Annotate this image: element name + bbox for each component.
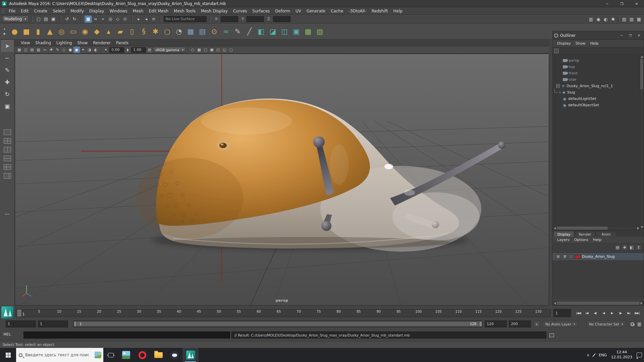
poly-helix-icon[interactable]: §: [138, 25, 150, 38]
display-layer-row[interactable]: V P Dusky_Arion_Slug: [553, 253, 644, 260]
three-pane-right-layout-button[interactable]: [4, 173, 11, 179]
poly-pipe-icon[interactable]: ▯: [126, 25, 138, 38]
rotate-tool-icon[interactable]: ↻: [1, 88, 13, 100]
nurbs-sphere-icon[interactable]: ⊙: [208, 25, 220, 38]
menu-item[interactable]: Surfaces: [250, 7, 272, 15]
poly-disc-icon[interactable]: ◉: [79, 25, 91, 38]
minimize-button[interactable]: ─: [600, 0, 614, 7]
poly-plane-icon[interactable]: ▭: [67, 25, 79, 38]
taskbar-app-maya[interactable]: [182, 348, 199, 362]
image-plane-icon[interactable]: ▭: [42, 47, 48, 53]
outliner-row-side[interactable]: side: [553, 76, 640, 83]
live-surface-field[interactable]: No Live Surface: [164, 16, 207, 22]
select-camera-icon[interactable]: ▦: [16, 47, 22, 53]
menu-item[interactable]: Curves: [230, 7, 250, 15]
move-tool-icon[interactable]: ✚: [1, 76, 13, 88]
snap-to-projected-center-icon[interactable]: ◎: [107, 15, 114, 23]
shaded-icon[interactable]: ●: [67, 47, 73, 53]
viewport-3d[interactable]: persp: [15, 54, 549, 306]
undo-icon[interactable]: ↺: [63, 15, 71, 23]
colorspace-selector[interactable]: sRGB gamma ▾: [153, 47, 186, 53]
attribute-editor-toggle-icon[interactable]: ▤: [621, 15, 628, 23]
panel-menu-item[interactable]: Lighting: [54, 40, 74, 46]
output-connections-icon[interactable]: ◂: [143, 15, 150, 23]
playback-start-field[interactable]: 1: [38, 320, 68, 327]
menu-item[interactable]: -3DtoAll-: [346, 7, 369, 15]
poly-sphere-icon[interactable]: ●: [9, 25, 20, 38]
poly-cylinder-icon[interactable]: ▮: [32, 25, 44, 38]
auto-keyframe-icon[interactable]: [629, 321, 635, 327]
play-backwards-button[interactable]: ◀: [599, 309, 608, 317]
scroll-up-icon[interactable]: [641, 56, 643, 58]
snap-to-grids-icon[interactable]: ▦: [85, 15, 92, 23]
y-coordinate-input[interactable]: [247, 16, 264, 22]
taskbar-search-box[interactable]: [16, 348, 103, 362]
step-back-key-button[interactable]: |◀: [583, 309, 591, 317]
single-pane-layout-button[interactable]: [4, 129, 11, 135]
construction-history-icon[interactable]: ≡: [150, 15, 157, 23]
layer-horizontal-scrollbar[interactable]: [553, 301, 644, 305]
safe-action-icon[interactable]: ◰: [215, 47, 221, 53]
search-input[interactable]: [25, 353, 89, 357]
menu-item[interactable]: UV: [293, 7, 304, 15]
snap-to-curves-icon[interactable]: ≈: [92, 15, 99, 23]
ipr-render-icon[interactable]: ◐: [602, 15, 609, 23]
step-forward-key-button[interactable]: ▶|: [625, 309, 633, 317]
poly-pyramid-icon[interactable]: ▴: [103, 25, 114, 38]
wireframe-icon[interactable]: ◇: [61, 47, 67, 53]
input-connections-icon[interactable]: ▸: [135, 15, 143, 23]
menu-item[interactable]: Mesh Display: [198, 7, 230, 15]
outliner-maximize-button[interactable]: ❐: [627, 33, 634, 39]
layer-playback-toggle[interactable]: P: [562, 254, 568, 259]
menu-item[interactable]: Edit Mesh: [146, 7, 171, 15]
range-slider-bar[interactable]: 1 120: [76, 321, 479, 326]
menu-item[interactable]: Help: [390, 7, 405, 15]
bookmarks-icon[interactable]: ▧: [35, 47, 42, 53]
outliner-minimize-button[interactable]: ─: [618, 33, 625, 39]
uv-grid-icon[interactable]: ▦: [185, 25, 197, 38]
outliner-titlebar[interactable]: Outliner ─ ❐ ✕: [553, 31, 644, 40]
shadows-icon[interactable]: ◑: [86, 47, 93, 53]
menu-item[interactable]: Select: [50, 7, 68, 15]
exposure-icon[interactable]: ✦: [103, 47, 109, 53]
layer-visibility-toggle[interactable]: V: [555, 254, 561, 259]
bridge-icon[interactable]: ◫: [279, 25, 290, 38]
taskbar-clock[interactable]: 12:44 12.01.2023: [611, 350, 632, 360]
menu-item[interactable]: Display: [87, 7, 107, 15]
scroll-right-icon[interactable]: [641, 302, 642, 305]
layer-editor-menu-item[interactable]: Help: [591, 236, 604, 244]
menu-item[interactable]: Edit: [18, 7, 31, 15]
mel-label[interactable]: MEL: [3, 332, 11, 337]
poly-gear-icon[interactable]: ✱: [150, 25, 161, 38]
safe-title-icon[interactable]: ◱: [221, 47, 228, 53]
taskbar-app-opera[interactable]: [134, 348, 150, 362]
outliner-menu-item[interactable]: Show: [573, 40, 588, 47]
panel-menu-item[interactable]: Shading: [33, 40, 54, 46]
poly-cone-icon[interactable]: ▲: [44, 25, 56, 38]
gamma-field[interactable]: 1.00: [131, 47, 146, 53]
viewport-3d-scene[interactable]: [15, 54, 549, 306]
new-scene-icon[interactable]: ▢: [35, 15, 42, 23]
two-pane-side-layout-button[interactable]: [4, 147, 11, 153]
layer-list[interactable]: V P Dusky_Arion_Slug: [553, 251, 644, 299]
scroll-left-icon[interactable]: [554, 227, 556, 230]
use-all-lights-icon[interactable]: ✦: [80, 47, 86, 53]
scroll-down-icon[interactable]: [641, 226, 643, 228]
taskbar-app-file-explorer[interactable]: [150, 348, 166, 362]
outliner-row-lightset[interactable]: ◉ defaultLightSet: [553, 96, 640, 102]
gate-mask-icon[interactable]: ▣: [209, 47, 215, 53]
save-scene-icon[interactable]: ▣: [50, 15, 57, 23]
start-button[interactable]: [0, 348, 16, 362]
render-current-frame-icon[interactable]: ◉: [595, 15, 602, 23]
task-view-button[interactable]: [103, 348, 118, 362]
step-forward-frame-button[interactable]: |▶: [616, 309, 625, 317]
mirror-icon[interactable]: ◧: [255, 25, 267, 38]
z-coordinate-input[interactable]: [273, 16, 290, 22]
outliner-filter-icon[interactable]: [554, 49, 559, 53]
panel-menu-item[interactable]: View: [18, 40, 33, 46]
scroll-left-icon[interactable]: [554, 302, 556, 305]
outliner-menu-item[interactable]: Help: [588, 40, 601, 47]
maximize-button[interactable]: ❐: [614, 0, 629, 7]
screen-space-ao-icon[interactable]: ◐: [93, 47, 99, 53]
bevel-icon[interactable]: ◪: [267, 25, 279, 38]
